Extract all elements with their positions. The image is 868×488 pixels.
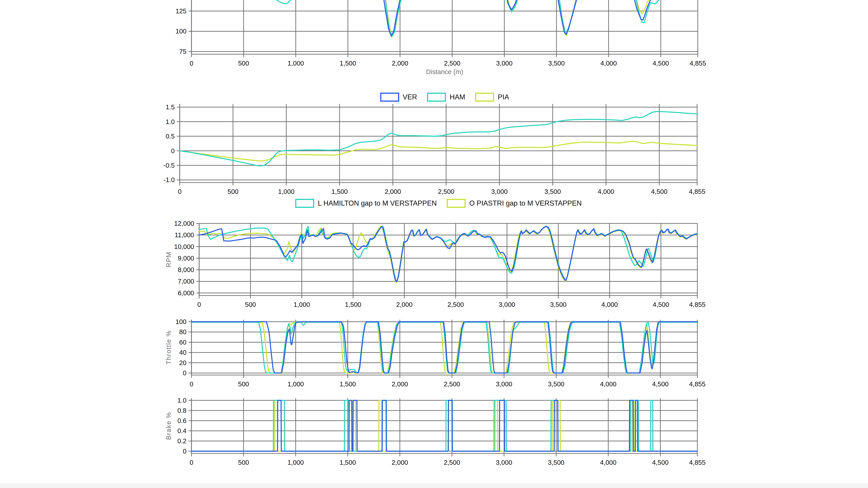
x-tick-label: 2,000 [385, 188, 401, 195]
x-tick-label: 3,500 [548, 381, 564, 388]
x-tick-label: 4,500 [652, 381, 669, 388]
x-tick-label: 1,500 [340, 60, 356, 67]
legend-swatch-pia [447, 199, 466, 208]
legend-item-ver: VER [380, 93, 417, 102]
telemetry-charts-svg: 05001,0001,5002,0002,5003,0003,5004,0004… [0, 0, 868, 488]
x-tick-label: 4,000 [601, 301, 618, 308]
footer-bar [0, 483, 868, 488]
rpm-chart: 05001,0001,5002,0002,5003,0003,5004,0004… [165, 220, 706, 308]
legend-label: L HAMILTON gap to M VERSTAPPEN [318, 199, 437, 207]
x-tick-label: 2,500 [444, 60, 460, 67]
ham-rpm-line [199, 226, 698, 282]
x-tick-label: 1,500 [331, 188, 348, 195]
legend-swatch-ver [380, 93, 399, 102]
y-tick-label: 1.0 [166, 118, 175, 125]
x-tick-label: 3,000 [496, 381, 513, 388]
x-tick-label: 3,000 [496, 60, 513, 67]
x-tick-label: 3,000 [491, 188, 508, 195]
speed-chart-legend: VERHAMPIA [380, 93, 509, 102]
legend-swatch-pia [475, 93, 494, 102]
legend-label: PIA [498, 93, 509, 101]
y-tick-label: 0 [183, 369, 186, 377]
x-tick-label: 2,000 [392, 60, 408, 67]
y-tick-label: 7,000 [178, 278, 194, 285]
x-tick-label: 0 [190, 60, 193, 67]
x-tick-label: 3,500 [550, 301, 567, 308]
y-tick-label: 20 [179, 359, 186, 366]
gap-chart: 05001,0001,5002,0002,5003,0003,5004,0004… [163, 103, 705, 195]
y-tick-label: 60 [179, 339, 186, 346]
x-tick-label: 2,500 [444, 459, 460, 466]
y-tick-label: 125 [176, 7, 186, 15]
y-tick-label: 0.5 [166, 133, 175, 140]
y-tick-label: 8,000 [178, 266, 194, 273]
pia-speed-line [191, 0, 698, 36]
y-tick-label: 75 [179, 48, 186, 55]
brake-chart: 05001,0001,5002,0002,5003,0003,5004,0004… [165, 397, 706, 466]
x-tick-label: 1,000 [287, 381, 304, 388]
x-tick-label: 1,500 [340, 459, 356, 466]
y-tick-label: 40 [179, 349, 186, 356]
x-tick-label: 2,000 [396, 301, 413, 308]
x-tick-label: 500 [238, 381, 249, 388]
speed-x-axis-title: Distance (m) [426, 68, 463, 75]
x-tick-label: 2,000 [392, 459, 408, 466]
y-tick-label: 80 [179, 328, 186, 335]
x-tick-label: 3,500 [548, 459, 564, 466]
x-tick-label: 3,000 [499, 301, 515, 308]
x-tick-label: 500 [238, 459, 249, 466]
y-tick-label: -1.0 [163, 176, 175, 184]
x-tick-label: 4,855 [690, 60, 706, 67]
y-tick-label: 0.2 [178, 437, 186, 445]
x-tick-label: 4,855 [689, 381, 706, 388]
legend-item-l-hamilton-gap-to-m-verstappen: L HAMILTON gap to M VERSTAPPEN [295, 199, 437, 208]
legend-swatch-ham [427, 93, 446, 102]
x-tick-label: 500 [228, 188, 239, 195]
throttle-chart: 05001,0001,5002,0002,5003,0003,5004,0004… [165, 318, 706, 388]
legend-swatch-ham [295, 199, 314, 208]
y-tick-label: 100 [176, 28, 186, 35]
y-tick-label: -0.5 [163, 162, 175, 169]
y-tick-label: 0.6 [178, 417, 186, 424]
x-tick-label: 3,000 [496, 459, 513, 466]
y-tick-label: 1.0 [178, 397, 186, 404]
x-tick-label: 4,000 [600, 60, 617, 67]
legend-item-o-piastri-gap-to-m-verstappen: O PIASTRI gap to M VERSTAPPEN [447, 199, 582, 208]
x-tick-label: 2,000 [392, 381, 408, 388]
x-tick-label: 0 [190, 459, 193, 466]
x-tick-label: 1,000 [287, 60, 304, 67]
x-tick-label: 500 [238, 60, 249, 67]
x-tick-label: 0 [190, 381, 193, 388]
telemetry-dashboard: 05001,0001,5002,0002,5003,0003,5004,0004… [0, 0, 868, 488]
x-tick-label: 4,000 [600, 459, 617, 466]
x-tick-label: 0 [178, 188, 182, 195]
x-tick-label: 3,500 [548, 60, 565, 67]
x-tick-label: 4,855 [689, 301, 706, 308]
x-tick-label: 4,500 [652, 459, 669, 466]
ham-brake-line [191, 400, 698, 451]
x-tick-label: 1,500 [340, 381, 356, 388]
x-tick-label: 1,000 [293, 301, 310, 308]
legend-label: O PIASTRI gap to M VERSTAPPEN [469, 199, 582, 207]
x-tick-label: 0 [197, 301, 201, 308]
y-tick-label: 0.8 [178, 407, 186, 414]
y-tick-label: 0 [183, 448, 186, 455]
x-tick-label: 1,500 [345, 301, 362, 308]
y-tick-label: 10,000 [174, 243, 194, 250]
legend-label: HAM [450, 93, 465, 101]
x-tick-label: 4,855 [689, 188, 706, 195]
brake-y-axis-title: Brake % [165, 412, 172, 440]
x-tick-label: 4,500 [653, 60, 669, 67]
ver-brake-line [191, 400, 698, 451]
y-tick-label: 11,000 [175, 231, 194, 238]
x-tick-label: 4,000 [600, 381, 617, 388]
x-tick-label: 3,500 [545, 188, 561, 195]
pia-brake-line [191, 400, 698, 451]
gap-chart-legend: L HAMILTON gap to M VERSTAPPENO PIASTRI … [295, 199, 582, 208]
x-tick-label: 1,000 [287, 459, 304, 466]
x-tick-label: 2,500 [444, 381, 460, 388]
y-tick-label: 0 [171, 147, 175, 155]
x-tick-label: 4,000 [598, 188, 614, 195]
throttle-y-axis-title: Throttle % [165, 330, 172, 364]
x-tick-label: 2,500 [438, 188, 454, 195]
